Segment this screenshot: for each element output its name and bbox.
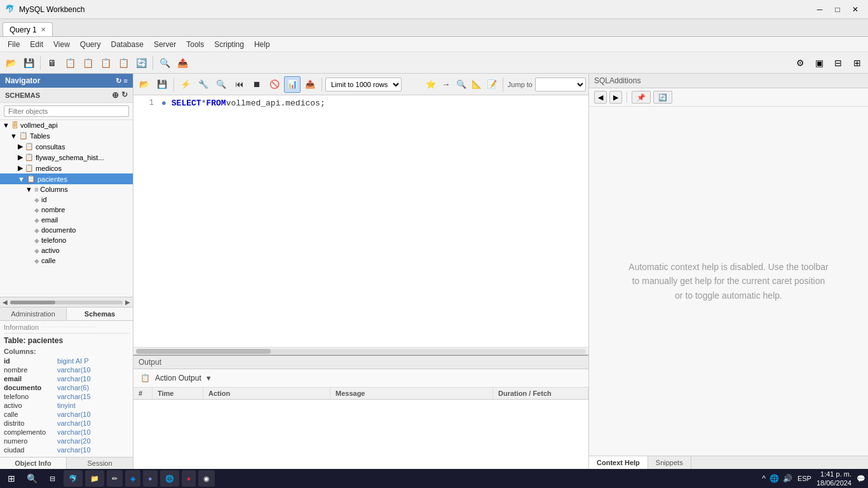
maximize-button[interactable]: □ bbox=[830, 3, 845, 16]
taskbar-pencil-icon: ✏ bbox=[112, 475, 118, 483]
toolbar-proc-btn[interactable]: 📋 bbox=[115, 55, 132, 71]
q-prev-btn[interactable]: ⏮ bbox=[231, 76, 247, 93]
tab-query1[interactable]: Query 1 ✕ bbox=[3, 22, 53, 36]
sql-tab-context-help[interactable]: Context Help bbox=[589, 456, 648, 469]
toolbar-save-btn[interactable]: 💾 bbox=[20, 55, 37, 71]
menu-file[interactable]: File bbox=[3, 39, 25, 50]
q-grid-btn[interactable]: 📊 bbox=[284, 76, 301, 93]
sql-nav-prev-btn[interactable]: ◀ bbox=[594, 91, 607, 104]
limit-select[interactable]: Don't Limit Limit to 1000 rows Limit to … bbox=[325, 78, 402, 92]
query-toolbar: 📂 💾 ⚡ 🔧 🔍 ⏮ ⏹ 🚫 📊 📤 Don't Limit Limit to… bbox=[133, 74, 588, 95]
toolbar-view-btn[interactable]: 📋 bbox=[97, 55, 114, 71]
action-dropdown-arrow[interactable]: ▼ bbox=[205, 374, 212, 382]
q-execute-current-btn[interactable]: 🔧 bbox=[195, 76, 212, 93]
sql-nav-auto-btn[interactable]: 🔄 bbox=[653, 91, 672, 104]
menu-scripting[interactable]: Scripting bbox=[209, 39, 249, 50]
jump-word-btn[interactable]: 📝 bbox=[485, 78, 498, 91]
jump-columns-btn[interactable]: 📐 bbox=[470, 78, 483, 91]
jump-to-select[interactable] bbox=[535, 78, 586, 92]
tree-tables[interactable]: ▼ 📋 Tables bbox=[0, 130, 133, 141]
tab-object-info[interactable]: Object Info bbox=[0, 458, 67, 469]
toolbar-layout1-btn[interactable]: ▣ bbox=[811, 55, 827, 71]
tree-col-calle[interactable]: ◆ calle bbox=[0, 255, 133, 266]
taskbar-app-discord[interactable]: ● bbox=[143, 470, 158, 487]
tree-col-email[interactable]: ◆ email bbox=[0, 215, 133, 225]
menu-tools[interactable]: Tools bbox=[181, 39, 209, 50]
toolbar-eximport-btn[interactable]: 📤 bbox=[174, 55, 191, 71]
menu-query[interactable]: Query bbox=[75, 39, 106, 50]
tray-network-icon[interactable]: 🌐 bbox=[770, 474, 779, 483]
schemas-refresh-icon[interactable]: ↻ bbox=[121, 90, 128, 100]
sql-nav-context-btn[interactable]: 📌 bbox=[632, 91, 651, 104]
tray-chevron-icon[interactable]: ^ bbox=[762, 474, 766, 483]
taskbar-task-view[interactable]: ⊟ bbox=[43, 470, 61, 487]
taskbar-app-chrome[interactable]: 🌐 bbox=[160, 470, 179, 487]
filter-input[interactable] bbox=[4, 105, 129, 117]
sql-nav-next-btn[interactable]: ▶ bbox=[609, 91, 622, 104]
q-execute-btn[interactable]: ⚡ bbox=[177, 76, 194, 93]
taskbar-app-mysqlwb[interactable]: 🐬 bbox=[64, 470, 83, 487]
menu-database[interactable]: Database bbox=[106, 39, 149, 50]
tree-col-id[interactable]: ◆ id bbox=[0, 194, 133, 205]
tree-col-telefono[interactable]: ◆ telefono bbox=[0, 235, 133, 245]
taskbar-app-dark[interactable]: ◉ bbox=[198, 470, 215, 487]
tree-table-flyway[interactable]: ▶ 📋 flyway_schema_hist... bbox=[0, 152, 133, 163]
tab-schemas[interactable]: Schemas bbox=[67, 308, 133, 320]
menu-edit[interactable]: Edit bbox=[25, 39, 48, 50]
col-distrito-type: varchar(10 bbox=[57, 419, 91, 427]
col-calle-type: varchar(10 bbox=[57, 410, 91, 418]
taskbar-clock[interactable]: 1:41 p. m. 18/06/2024 bbox=[817, 470, 851, 488]
tree-col-activo[interactable]: ◆ activo bbox=[0, 245, 133, 255]
taskbar-search[interactable]: 🔍 bbox=[23, 470, 41, 487]
scroll-right-icon[interactable]: ▶ bbox=[125, 299, 130, 306]
menu-server[interactable]: Server bbox=[149, 39, 181, 50]
toolbar-layout2-btn[interactable]: ⊟ bbox=[830, 55, 846, 71]
tab-close-icon[interactable]: ✕ bbox=[41, 26, 46, 33]
toolbar-connect-btn[interactable]: 🖥 bbox=[44, 55, 60, 71]
nav-menu-icon[interactable]: ≡ bbox=[124, 77, 128, 85]
q-open-btn[interactable]: 📂 bbox=[136, 76, 153, 93]
start-button[interactable]: ⊞ bbox=[3, 470, 20, 487]
q-cancel-btn[interactable]: 🚫 bbox=[266, 76, 283, 93]
menu-help[interactable]: Help bbox=[249, 39, 275, 50]
scroll-track[interactable] bbox=[10, 301, 123, 304]
toolbar-schema-btn[interactable]: 📋 bbox=[62, 55, 78, 71]
q-explain-btn[interactable]: 🔍 bbox=[213, 76, 229, 93]
taskbar-app-vscode[interactable]: ◈ bbox=[125, 470, 140, 487]
tree-columns[interactable]: ▼ ≡ Columns bbox=[0, 184, 133, 194]
toolbar-layout3-btn[interactable]: ⊞ bbox=[849, 55, 865, 71]
taskbar-app-explorer[interactable]: 📁 bbox=[85, 470, 104, 487]
jump-star-btn[interactable]: ⭐ bbox=[424, 78, 437, 91]
taskbar-notification-icon[interactable]: 💬 bbox=[857, 475, 865, 483]
jump-arrow-btn[interactable]: → bbox=[440, 78, 452, 91]
close-button[interactable]: ✕ bbox=[848, 3, 863, 16]
tree-table-medicos[interactable]: ▶ 📋 medicos bbox=[0, 163, 133, 173]
minimize-button[interactable]: ─ bbox=[812, 3, 827, 16]
q-save-btn[interactable]: 💾 bbox=[154, 76, 170, 93]
tree-table-consultas[interactable]: ▶ 📋 consultas bbox=[0, 141, 133, 152]
tab-session[interactable]: Session bbox=[67, 458, 133, 469]
taskbar-app-red[interactable]: ● bbox=[182, 470, 196, 487]
menu-view[interactable]: View bbox=[48, 39, 75, 50]
schemas-add-icon[interactable]: ⊕ bbox=[112, 90, 119, 100]
q-stop-btn[interactable]: ⏹ bbox=[248, 76, 265, 93]
tray-sound-icon[interactable]: 🔊 bbox=[783, 474, 792, 483]
scroll-left-icon[interactable]: ◀ bbox=[3, 299, 8, 306]
tab-administration[interactable]: Administration bbox=[0, 308, 67, 320]
code-editor[interactable]: 1 ● SELECT * FROM vollmed_api.medicos; bbox=[133, 95, 588, 347]
toolbar-inspect-btn[interactable]: 🔍 bbox=[156, 55, 173, 71]
editor-scroll-track[interactable] bbox=[136, 349, 586, 354]
tree-col-documento[interactable]: ◆ documento bbox=[0, 225, 133, 235]
sql-tab-snippets[interactable]: Snippets bbox=[648, 456, 691, 469]
nav-refresh-icon[interactable]: ↻ bbox=[116, 77, 121, 85]
tree-table-pacientes[interactable]: ▼ 📋 pacientes bbox=[0, 173, 133, 184]
tree-col-nombre[interactable]: ◆ nombre bbox=[0, 205, 133, 215]
toolbar-func-btn[interactable]: 🔄 bbox=[133, 55, 149, 71]
toolbar-table-btn[interactable]: 📋 bbox=[79, 55, 96, 71]
tree-schema-vollmed[interactable]: ▼ 🗄 vollmed_api bbox=[0, 120, 133, 130]
q-export-btn[interactable]: 📤 bbox=[302, 76, 318, 93]
toolbar-settings-btn[interactable]: ⚙ bbox=[792, 55, 808, 71]
jump-search-btn[interactable]: 🔍 bbox=[455, 78, 468, 91]
toolbar-open-btn[interactable]: 📂 bbox=[3, 55, 19, 71]
taskbar-app-pencil[interactable]: ✏ bbox=[107, 470, 123, 487]
